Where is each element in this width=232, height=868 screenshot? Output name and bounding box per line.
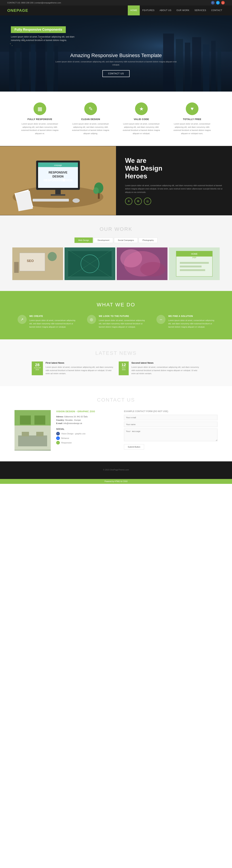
hero-tag-subtitle: Lorem ipsum dolor sit amet, consectetuer… [11,35,84,42]
our-work-section: OUR WORK Web Design Development Social C… [0,215,232,291]
feature-text-2: Lorem ipsum dolor sit amet, consectetuer… [71,122,110,135]
feature-item-4: ♥ TOTALLY FREE Lorem ipsum dolor sit ame… [172,102,212,135]
news-date-1: 28 AUGUST 2015 [32,362,43,375]
form-name-field[interactable] [124,422,218,427]
service-text-2: Lorem ipsum dolor sit amet, consectetuer… [99,319,145,329]
our-work-title: OUR WORK [7,226,225,232]
service-text-1: Lorem ipsum dolor sit amet, consectetuer… [29,319,75,329]
service-item-1: ↗ WE CREATE Lorem ipsum dolor sit amet, … [18,315,75,329]
company-address: Adress: Gáborova 19, 941 02 Šaľa Country… [56,415,119,425]
heroes-text: Lorem ipsum dolor sit amet, consectetuer… [125,184,223,194]
feature-item-1: ▦ FULLY RESPONSIVE Lorem ipsum dolor sit… [20,102,60,135]
svg-text:DESIGN: DESIGN [53,175,63,178]
main-nav: ONEPAGE HOME FEATURES ABOUT US OUR WORK … [0,5,232,16]
svg-rect-12 [185,42,190,92]
svg-rect-68 [18,435,47,446]
svg-rect-14 [203,44,209,92]
nav-work[interactable]: OUR WORK [174,5,192,16]
social-link-2[interactable]: b Behance [56,436,119,440]
contact-grid: VISION DESIGN - GRAPHIC ZOO Adress: Gábo… [14,410,218,451]
service-title-3: WE FIND A SOLUTION [168,315,214,317]
svg-rect-18 [12,45,12,46]
service-content-1: WE CREATE Lorem ipsum dolor sit amet, co… [29,315,75,329]
latest-news-section: LATEST NEWS 28 AUGUST 2015 First latest … [0,339,232,386]
heroes-title: We are Web Design Heroes [125,157,223,180]
nav-home[interactable]: HOME [128,5,140,16]
news-title-2: Second latest News [131,362,200,364]
form-email-field[interactable] [124,415,218,420]
service-content-2: WE LOOK TO THE FUTURE Lorem ipsum dolor … [99,315,145,329]
svg-point-53 [140,262,166,276]
contact-image [14,410,51,451]
googleplus-icon[interactable]: g [221,1,225,4]
news-year-1: 2015 [34,369,41,371]
feature-icon-code: ★ [135,102,148,115]
feature-icon-free: ♥ [186,102,198,115]
hero-icon-2[interactable]: ⚙ [134,197,142,205]
nav-services[interactable]: SERVICES [192,5,209,16]
work-item-4[interactable]: HOME page [169,247,220,280]
svg-rect-6 [31,44,35,92]
hero-icon-1[interactable]: ✈ [125,197,132,205]
hero-icon-3[interactable]: ◎ [144,197,151,205]
form-title: EXAMPLE CONTACT FORM (DO NOT USE) [124,410,218,413]
tab-photography[interactable]: Photography [139,238,158,243]
heroes-image: RESPONSIVE DESIGN onepage [0,146,116,215]
svg-rect-17 [10,43,11,44]
contact-section: CONTACT US [0,386,232,461]
svg-rect-36 [15,191,33,211]
svg-rect-69 [22,432,29,436]
social-title: SOCIAL [56,428,119,430]
nav-contact[interactable]: CONTACT [209,5,225,16]
svg-rect-3 [9,42,14,92]
heroes-icons: ✈ ⚙ ◎ [125,197,223,205]
news-day-1: 28 [34,363,41,367]
svg-rect-61 [180,269,205,271]
hero-top-content: Fully Responsive Components Lorem ipsum … [11,26,84,45]
twitter-icon[interactable]: t [216,1,220,4]
logo-part2: PAGE [16,8,28,13]
svg-text:SEO: SEO [27,259,34,263]
form-submit-button[interactable]: Submit Button [124,444,144,450]
work-item-3[interactable] [117,247,167,280]
feature-icon-design: ✎ [84,102,97,115]
work-item-1[interactable]: SEO [12,247,63,280]
site-logo: ONEPAGE [7,8,28,13]
work-item-2[interactable] [65,247,115,280]
feature-text-3: Lorem ipsum dolor sit amet, consectetuer… [122,122,161,135]
top-bar-social: f t g [211,1,225,4]
service-title-1: WE CREATE [29,315,75,317]
tab-development[interactable]: Development [94,238,113,243]
contact-image-content [14,410,51,451]
heroes-section: RESPONSIVE DESIGN onepage [0,146,232,215]
svg-rect-32 [51,194,65,196]
nav-about[interactable]: ABOUT US [157,5,174,16]
tab-web-design[interactable]: Web Design [74,238,93,243]
social-link-1[interactable]: f Vision Design - graphic zoo [56,432,119,435]
hero-tag: Fully Responsive Components [11,26,66,33]
social-label-3: Responsive [61,442,72,444]
logo-part1: ONE [7,8,16,13]
footer: © 2015 OnePageTheme.com [0,461,232,479]
svg-rect-33 [33,199,69,202]
feature-title-4: TOTALLY FREE [172,118,212,121]
contact-us-button[interactable]: Contact Us [102,70,130,77]
facebook-icon[interactable]: f [211,1,214,4]
social-link-3[interactable]: r Responsive [56,441,119,444]
company-name: VISION DESIGN - GRAPHIC ZOO [56,410,119,413]
nav-features[interactable]: FEATURES [140,5,157,16]
service-title-2: WE LOOK TO THE FUTURE [99,315,145,317]
work-tabs: Web Design Development Social Campaigns … [7,238,225,243]
tab-social[interactable]: Social Campaigns [114,238,138,243]
top-bar-contact: CONTACT US: 0800 208 200 | contact@onepa… [7,2,61,4]
svg-rect-44 [14,262,19,273]
svg-text:page: page [192,256,196,258]
latest-news-title: LATEST NEWS [14,350,218,356]
form-message-field[interactable] [124,429,218,441]
svg-point-34 [72,198,80,203]
svg-rect-59 [180,262,209,264]
features-section: ▦ FULLY RESPONSIVE Lorem ipsum dolor sit… [0,92,232,146]
news-item-1: 28 AUGUST 2015 First latest News Lorem i… [32,362,113,375]
svg-rect-5 [22,37,29,92]
svg-point-39 [93,187,99,194]
